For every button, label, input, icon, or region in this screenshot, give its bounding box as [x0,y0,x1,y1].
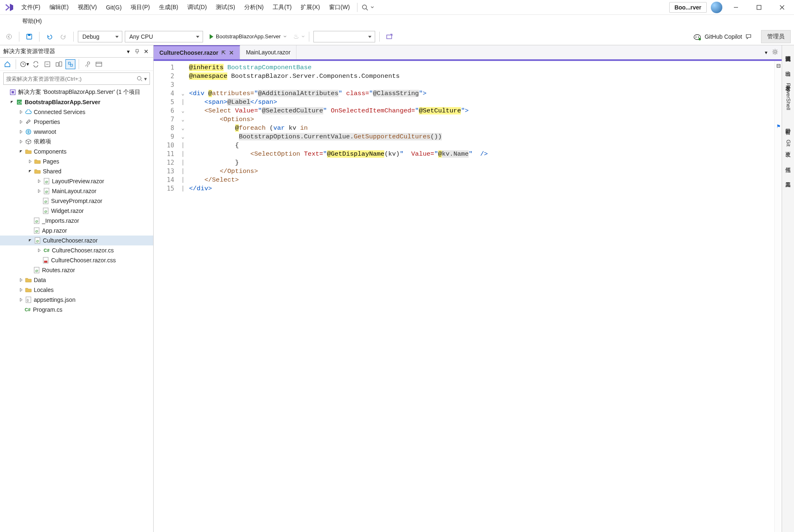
fold-gutter[interactable]: ⌄│⌄⌄⌄⌄││││││ [178,61,187,532]
project-node[interactable]: C# BootstrapBlazorApp.Server [0,97,153,107]
window-close-button[interactable] [773,1,792,14]
config-dropdown[interactable]: Debug [78,31,122,42]
wrench-icon [25,118,32,126]
tab-culturechooser[interactable]: CultureChooser.razor ⇱ ✕ [154,45,240,59]
title-search[interactable] [361,3,375,12]
svg-text:@: @ [35,219,38,223]
tree-node-surveyprompt[interactable]: @SurveyPrompt.razor [0,196,153,206]
solution-tree[interactable]: 解决方案 'BootstrapBlazorApp.Server' (1 个项目 … [0,86,153,532]
hot-reload-icon[interactable]: ♨ [293,33,299,40]
panel-dropdown-icon[interactable]: ▾ [124,48,132,55]
tree-node-culturechooser[interactable]: @CultureChooser.razor [0,236,153,245]
nav-back-button[interactable] [3,31,15,42]
live-share-icon[interactable] [384,31,395,42]
svg-point-6 [7,34,12,39]
copilot-icon [693,33,701,41]
menu-git[interactable]: Git(G) [102,2,126,12]
expander-icon[interactable] [9,99,15,105]
window-maximize-button[interactable] [750,1,768,14]
tree-node-connected-services[interactable]: Connected Services [0,107,153,117]
close-tab-icon[interactable]: ✕ [229,49,234,56]
undo-button[interactable] [44,31,55,42]
split-editor-icon[interactable]: ⊟ [776,63,781,69]
tree-node-dependencies[interactable]: 依赖项 [0,137,153,147]
properties-icon[interactable] [82,59,92,69]
menu-window[interactable]: 窗口(W) [325,2,354,13]
tree-node-locales[interactable]: Locales [0,285,153,295]
razor-file-icon: @ [33,217,40,224]
tree-node-program-cs[interactable]: C#Program.cs [0,305,153,315]
tree-node-routes[interactable]: @Routes.razor [0,265,153,275]
menu-analyze[interactable]: 分析(N) [240,2,268,13]
panel-tab-properties[interactable]: 属性 [784,161,793,166]
tree-node-appsettings[interactable]: {}appsettings.json [0,295,153,305]
solution-explorer-search[interactable]: ▾ [3,72,150,85]
home-icon[interactable] [2,59,12,69]
solution-icon [9,89,16,96]
panel-tab-immediate[interactable]: 即时窗口 [784,122,793,127]
tree-node-shared[interactable]: Shared [0,166,153,176]
code-hint-icon[interactable]: ⚑ [776,124,781,129]
editor-settings-icon[interactable] [772,49,778,56]
panel-tab-toolbox[interactable]: 工具箱 [784,175,793,180]
copilot-button[interactable]: GitHub Copilot [693,33,752,41]
panel-close-icon[interactable]: ✕ [142,48,150,55]
show-all-files-icon[interactable] [54,59,64,69]
globe-icon [25,128,32,135]
tree-node-mainlayout[interactable]: @MainLayout.razor [0,186,153,196]
expander-icon[interactable] [2,89,8,95]
collapse-all-icon[interactable] [42,59,52,69]
tree-node-app-razor[interactable]: @App.razor [0,226,153,236]
panel-tab-output[interactable]: 输出 [784,64,793,69]
menu-help[interactable]: 帮助(H) [18,16,46,27]
window-minimize-button[interactable] [726,1,745,14]
tree-node-pages[interactable]: Pages [0,156,153,166]
user-avatar[interactable] [711,2,722,13]
menu-view[interactable]: 视图(V) [74,2,101,13]
tree-node-wwwroot[interactable]: wwwroot [0,127,153,137]
menu-extensions[interactable]: 扩展(X) [297,2,324,13]
svg-text:@: @ [35,229,38,233]
active-project-pill[interactable]: Boo...rver [669,2,707,13]
menu-file[interactable]: 文件(F) [17,2,44,13]
redo-button[interactable] [58,31,69,42]
tree-node-components[interactable]: Components [0,147,153,156]
preview-icon[interactable] [94,59,104,69]
tab-overflow-icon[interactable]: ▾ [765,49,768,56]
code-content[interactable]: @inherits BootstrapComponentBase @namesp… [187,61,774,532]
menu-build[interactable]: 生成(B) [155,2,182,13]
platform-dropdown[interactable]: Any CPU [125,31,203,42]
pin-icon[interactable]: ⇱ [222,50,226,56]
menu-tools[interactable]: 工具(T) [269,2,296,13]
menu-project[interactable]: 项目(P) [126,2,154,13]
code-editor[interactable]: 123 456 789 101112 131415 ⌄│⌄⌄⌄⌄││││││ @… [154,61,782,532]
tree-node-culturechooser-css[interactable]: CultureChooser.razor.css [0,255,153,265]
panel-pin-icon[interactable] [133,48,141,55]
panel-tab-git-changes[interactable]: Git 更改 [784,137,793,150]
sync-icon[interactable] [31,59,41,69]
svg-text:@: @ [45,180,48,184]
tree-node-layoutpreview[interactable]: @LayoutPreview.razor [0,176,153,186]
save-button[interactable] [23,31,35,42]
tree-node-culturechooser-cs[interactable]: C#CultureChooser.razor.cs [0,245,153,255]
admin-button[interactable]: 管理员 [761,30,791,43]
panel-tab-powershell[interactable]: 开发者 PowerShell [784,79,793,112]
track-active-item-icon[interactable] [65,59,75,69]
history-icon[interactable]: ▾ [19,59,29,69]
svg-point-13 [698,38,701,40]
toolbar-extra-dropdown[interactable] [313,31,375,42]
tree-node-data[interactable]: Data [0,275,153,285]
svg-point-12 [698,36,699,37]
menu-edit[interactable]: 编辑(E) [45,2,73,13]
editor-marker-column: ⊟ ⚑ [774,61,782,532]
panel-tab-test-explorer[interactable]: 测试资源管理器 [784,49,793,54]
solution-search-input[interactable] [6,76,137,82]
menu-test[interactable]: 测试(S) [212,2,239,13]
tree-node-properties[interactable]: Properties [0,117,153,127]
run-button[interactable]: BootstrapBlazorApp.Server [206,31,291,42]
tree-node-imports[interactable]: @_Imports.razor [0,216,153,226]
tab-mainlayout[interactable]: MainLayout.razor [240,45,297,59]
menu-debug[interactable]: 调试(D) [183,2,211,13]
solution-root-node[interactable]: 解决方案 'BootstrapBlazorApp.Server' (1 个项目 [0,87,153,97]
tree-node-widget[interactable]: @Widget.razor [0,206,153,216]
